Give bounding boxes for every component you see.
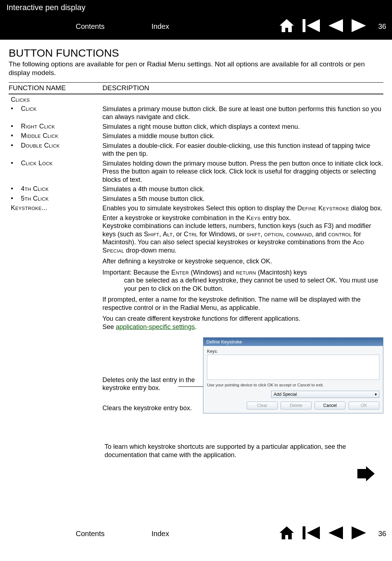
row-double-click: • Double Click Simulates a double-click.… [9, 142, 383, 158]
fn-right-click-desc: Simulates a right mouse button click, wh… [102, 123, 383, 131]
cancel-button[interactable]: Cancel [314, 402, 345, 409]
bullet: • [9, 159, 21, 167]
text: dialog box. [349, 205, 382, 212]
svg-marker-4 [352, 19, 366, 32]
callout-clear: Clears the keystroke entry box. [102, 404, 211, 412]
page-heading: BUTTON FUNCTIONS [9, 47, 383, 59]
home-icon[interactable] [279, 19, 294, 34]
main-content: BUTTON FUNCTIONS The following options a… [0, 40, 392, 528]
col-function-name: FUNCTION NAME [9, 84, 102, 92]
fn-5th-click-desc: Simulates a 5th mouse button click. [102, 195, 383, 203]
fn-right-click-name: Right Click [21, 123, 102, 130]
fn-middle-click-desc: Simulates a middle mouse button click. [102, 132, 383, 140]
bullet: • [9, 105, 21, 113]
contents-link[interactable]: Contents [76, 22, 105, 31]
intro-text: The following options are available for … [9, 60, 383, 77]
fn-keystroke-name: Keystroke... [9, 204, 102, 212]
index-link-bottom[interactable]: Index [151, 530, 169, 538]
home-icon[interactable] [279, 526, 294, 541]
dialog-hint: Use your pointing device to click OK to … [207, 383, 379, 387]
fn-click-desc: Simulates a primary mouse button click. … [102, 105, 383, 121]
fn-double-click-desc: Simulates a double-click. For easier dou… [102, 142, 383, 158]
header-bar: Interactive pen display Contents Index 3… [0, 0, 392, 40]
dialog-body: Keys: Use your pointing device to click … [203, 346, 383, 413]
text: . [195, 323, 197, 330]
app-specific-settings-link[interactable]: application-specific settings [116, 323, 195, 330]
text-sc: Enter [171, 269, 189, 276]
keystroke-para-prompt: If prompted, enter a name for the keystr… [102, 295, 383, 312]
text: entry box. [260, 214, 291, 222]
svg-rect-7 [303, 526, 305, 539]
text-sc: Shift [144, 231, 159, 238]
first-page-icon[interactable] [303, 19, 320, 34]
text: Enter a keystroke or keystroke combinati… [102, 214, 246, 222]
text: , [159, 231, 163, 238]
text: for Windows, or [198, 231, 246, 238]
keystroke-para-important: Important: Because the Enter (Windows) a… [102, 268, 383, 293]
text: , or [173, 231, 184, 238]
text: drop-down menu. [124, 247, 176, 254]
text-sc: Alt [163, 231, 172, 238]
col-description: DESCRIPTION [102, 84, 149, 92]
table-header: FUNCTION NAME DESCRIPTION [9, 82, 383, 93]
svg-rect-1 [303, 19, 305, 32]
text-sc: return [236, 269, 256, 276]
keystroke-para-after: After defining a keystroke or keystroke … [102, 257, 383, 266]
row-middle-click: • Middle Click Simulates a middle mouse … [9, 132, 383, 140]
nav-icons: 36 [279, 19, 386, 34]
index-link[interactable]: Index [151, 22, 169, 31]
svg-marker-8 [307, 526, 320, 539]
add-special-select[interactable]: Add Special ▾ [271, 391, 379, 398]
prev-page-icon[interactable] [329, 526, 343, 541]
fn-middle-click-name: Middle Click [21, 132, 102, 140]
ok-button[interactable]: OK [348, 402, 379, 409]
continue-arrow[interactable] [9, 466, 383, 481]
bottom-nav: Contents Index 36 [0, 528, 392, 546]
add-special-row: Add Special ▾ [207, 391, 379, 398]
bullet: • [9, 132, 21, 140]
nav-icons-bottom: 36 [279, 526, 386, 541]
section-clicks-label: Clicks [9, 96, 102, 104]
clear-button[interactable]: Clear [247, 402, 278, 409]
svg-marker-5 [357, 466, 375, 481]
text-sc: Define Keystroke [297, 205, 349, 212]
next-page-icon[interactable] [352, 526, 366, 541]
define-keystroke-dialog: Define Keystroke Keys: Use your pointing… [203, 337, 383, 413]
first-page-icon[interactable] [303, 526, 320, 541]
text: (Macintosh) keys [256, 269, 307, 276]
page-number-bottom: 36 [378, 530, 386, 538]
svg-marker-9 [329, 526, 343, 539]
next-page-icon[interactable] [352, 19, 366, 34]
svg-marker-3 [329, 19, 343, 32]
delete-button[interactable]: Delete [281, 402, 312, 409]
top-nav: Contents Index 36 [0, 17, 392, 35]
chevron-down-icon: ▾ [375, 392, 377, 397]
text-indent: can be selected as a defined keystroke, … [102, 276, 383, 293]
text-sc: shift [246, 231, 260, 238]
learn-text: To learn which keystroke shortcuts are s… [105, 443, 383, 459]
dialog-callout-area: Deletes only the last entry in the keyst… [102, 337, 383, 438]
row-click-lock: • Click Lock Simulates holding down the … [9, 159, 383, 184]
add-special-label: Add Special [274, 392, 297, 397]
fn-click-lock-desc: Simulates holding down the primary mouse… [102, 159, 383, 184]
svg-marker-0 [279, 19, 294, 32]
prev-page-icon[interactable] [329, 19, 343, 34]
keystroke-para-diff: You can create different keystroke funct… [102, 315, 383, 331]
fn-click-name: Click [21, 105, 102, 113]
keys-input[interactable] [207, 355, 379, 380]
keystroke-para-keys: Enter a keystroke or keystroke combinati… [102, 214, 383, 255]
fn-click-lock-name: Click Lock [21, 159, 102, 167]
product-title: Interactive pen display [0, 3, 392, 17]
text: , [260, 231, 264, 238]
header-rule [9, 93, 383, 95]
section-row-clicks: Clicks [9, 96, 383, 104]
text-sc: Keys [246, 214, 260, 222]
text-sc: control [328, 231, 352, 238]
text-sc: option [264, 231, 283, 238]
text: See [102, 323, 116, 330]
keys-label: Keys: [207, 349, 379, 354]
row-5th-click: • 5th Click Simulates a 5th mouse button… [9, 195, 383, 203]
fn-keystroke-desc: Enables you to simulate keystrokes Selec… [102, 204, 383, 212]
contents-link-bottom[interactable]: Contents [76, 530, 105, 538]
bullet: • [9, 123, 21, 130]
